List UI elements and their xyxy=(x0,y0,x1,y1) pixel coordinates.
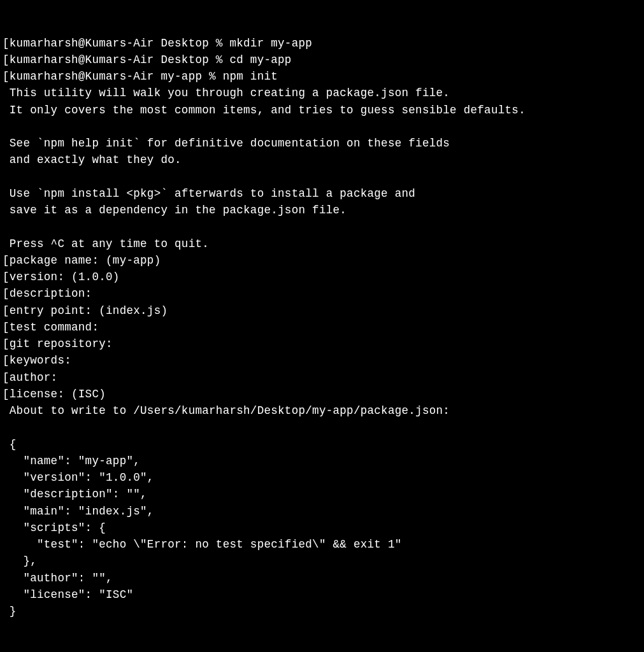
terminal-line: "author": "", xyxy=(3,570,641,586)
terminal-line: [test command: xyxy=(3,319,641,336)
terminal-line xyxy=(3,419,641,436)
terminal-line: "description": "", xyxy=(3,486,641,502)
terminal-line: See `npm help init` for definitive docum… xyxy=(3,135,641,152)
terminal-line: [license: (ISC) xyxy=(3,386,641,402)
terminal-line: and exactly what they do. xyxy=(3,152,641,168)
terminal-line: }, xyxy=(3,553,641,569)
terminal-line: [git repository: xyxy=(3,336,641,352)
terminal-line xyxy=(3,637,641,653)
terminal-line: "main": "index.js", xyxy=(3,503,641,520)
terminal-line xyxy=(3,169,641,185)
terminal-line xyxy=(3,118,641,135)
terminal-line: } xyxy=(3,603,641,620)
terminal-line: About to write to /Users/kumarharsh/Desk… xyxy=(3,402,641,419)
terminal-line: This utility will walk you through creat… xyxy=(3,85,641,101)
terminal-line: { xyxy=(3,436,641,453)
terminal-line: "license": "ISC" xyxy=(3,586,641,603)
terminal-line: [kumarharsh@Kumars-Air my-app % npm init xyxy=(3,68,641,85)
terminal-line: "version": "1.0.0", xyxy=(3,469,641,486)
terminal-line xyxy=(3,620,641,636)
terminal-line: save it as a dependency in the package.j… xyxy=(3,202,641,218)
terminal-line: Press ^C at any time to quit. xyxy=(3,236,641,252)
terminal-line: Use `npm install <pkg>` afterwards to in… xyxy=(3,185,641,202)
terminal-line: "name": "my-app", xyxy=(3,453,641,469)
terminal-lines: [kumarharsh@Kumars-Air Desktop % mkdir m… xyxy=(3,35,641,653)
terminal-line: [kumarharsh@Kumars-Air Desktop % cd my-a… xyxy=(3,52,641,68)
terminal-line xyxy=(3,218,641,235)
terminal-line: [kumarharsh@Kumars-Air Desktop % mkdir m… xyxy=(3,35,641,52)
terminal-line: "scripts": { xyxy=(3,520,641,536)
terminal-line: [package name: (my-app) xyxy=(3,252,641,269)
terminal-line: [entry point: (index.js) xyxy=(3,302,641,319)
terminal-line: "test": "echo \"Error: no test specified… xyxy=(3,536,641,553)
terminal-output[interactable]: [kumarharsh@Kumars-Air Desktop % mkdir m… xyxy=(3,1,641,652)
terminal-line: [description: xyxy=(3,285,641,302)
terminal-line: [keywords: xyxy=(3,352,641,369)
terminal-line: It only covers the most common items, an… xyxy=(3,102,641,118)
terminal-line: [version: (1.0.0) xyxy=(3,269,641,285)
terminal-line: [author: xyxy=(3,369,641,386)
